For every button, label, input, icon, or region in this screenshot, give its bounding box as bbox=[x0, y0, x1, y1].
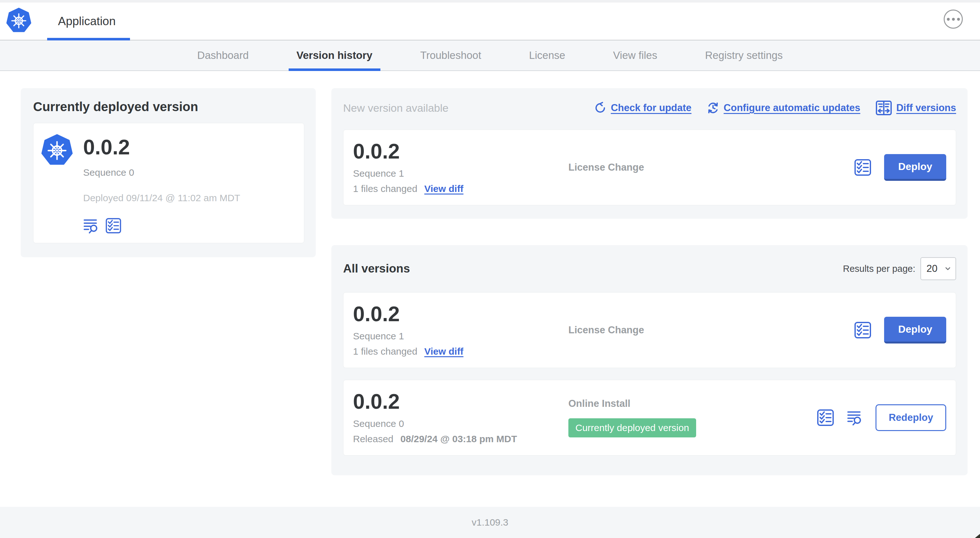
version-actions: Redeploy bbox=[817, 404, 946, 431]
version-sequence: Sequence 1 bbox=[353, 168, 568, 179]
overflow-menu-button[interactable] bbox=[944, 10, 963, 29]
configure-automatic-updates-link[interactable]: Configure automatic updates bbox=[706, 102, 860, 114]
all-versions-header: All versions Results per page: 20 bbox=[343, 257, 956, 280]
files-changed: 1 files changed bbox=[353, 346, 417, 357]
version-row: 0.0.2 Sequence 0 Released 08/29/24 @ 03:… bbox=[343, 380, 956, 455]
preflight-checks-icon[interactable] bbox=[105, 218, 121, 234]
preflight-checks-icon[interactable] bbox=[854, 159, 871, 176]
released-label: Released bbox=[353, 433, 393, 444]
app-subnav: Dashboard Version history Troubleshoot L… bbox=[0, 40, 980, 71]
currently-deployed-card: 0.0.2 Sequence 0 Deployed 09/11/24 @ 11:… bbox=[33, 123, 304, 243]
version-source: License Change bbox=[568, 324, 854, 336]
clock-refresh-icon bbox=[706, 102, 719, 114]
tab-dashboard[interactable]: Dashboard bbox=[189, 40, 256, 70]
version-meta: 1 files changed View diff bbox=[353, 346, 568, 357]
version-actions: Deploy bbox=[854, 317, 946, 343]
version-sequence: Sequence 1 bbox=[353, 331, 568, 341]
currently-deployed-title: Currently deployed version bbox=[33, 100, 304, 114]
release-notes-icon[interactable] bbox=[847, 409, 863, 427]
view-diff-link[interactable]: View diff bbox=[424, 183, 463, 194]
app-title-tab[interactable]: Application bbox=[58, 3, 116, 40]
console-version: v1.109.3 bbox=[471, 517, 508, 528]
app-header: Application bbox=[0, 3, 980, 40]
deployed-timestamp: Deployed 09/11/24 @ 11:02 am MDT bbox=[83, 193, 240, 203]
version-source: Online Install Currently deployed versio… bbox=[568, 398, 817, 437]
active-tab-underline bbox=[289, 68, 380, 71]
files-changed: 1 files changed bbox=[353, 183, 417, 194]
tab-view-files[interactable]: View files bbox=[605, 40, 665, 70]
page-footer: v1.109.3 bbox=[0, 507, 980, 538]
version-number: 0.0.2 bbox=[353, 303, 568, 324]
main-content: Currently deployed version 0.0.2 Sequenc… bbox=[0, 71, 980, 475]
update-actions: Check for update Configure automatic upd… bbox=[594, 100, 956, 116]
release-notes-icon[interactable] bbox=[83, 217, 99, 235]
tab-license[interactable]: License bbox=[521, 40, 573, 70]
version-info: 0.0.2 Sequence 1 1 files changed View di… bbox=[353, 303, 568, 357]
currently-deployed-panel: Currently deployed version 0.0.2 Sequenc… bbox=[21, 88, 316, 257]
version-meta: Released 08/29/24 @ 03:18 pm MDT bbox=[353, 433, 568, 444]
deployed-actions bbox=[83, 217, 240, 235]
diff-versions-link[interactable]: Diff versions bbox=[875, 100, 956, 116]
kubernetes-logo-icon bbox=[6, 8, 31, 32]
source-label: License Change bbox=[568, 162, 644, 173]
released-date: 08/29/24 @ 03:18 pm MDT bbox=[401, 433, 517, 444]
currently-deployed-badge: Currently deployed version bbox=[568, 418, 696, 437]
results-per-page: Results per page: 20 bbox=[843, 257, 956, 280]
version-history-page: Application Dashboard Version history Tr… bbox=[0, 0, 980, 538]
version-number: 0.0.2 bbox=[353, 391, 568, 412]
deploy-button[interactable]: Deploy bbox=[884, 154, 946, 181]
deploy-button[interactable]: Deploy bbox=[884, 317, 946, 343]
diff-icon bbox=[875, 100, 892, 116]
all-versions-panel: All versions Results per page: 20 0.0.2 bbox=[331, 245, 967, 475]
version-info: 0.0.2 Sequence 1 1 files changed View di… bbox=[353, 141, 568, 194]
tab-troubleshoot[interactable]: Troubleshoot bbox=[412, 40, 489, 70]
cursor-artifact bbox=[975, 534, 980, 538]
redeploy-button[interactable]: Redeploy bbox=[875, 404, 946, 431]
check-for-update-link[interactable]: Check for update bbox=[594, 102, 691, 114]
active-app-underline bbox=[47, 38, 130, 40]
source-label: Online Install bbox=[568, 398, 817, 409]
all-versions-list: 0.0.2 Sequence 1 1 files changed View di… bbox=[343, 292, 956, 455]
chevron-down-icon bbox=[944, 265, 951, 273]
version-info: 0.0.2 Sequence 0 Released 08/29/24 @ 03:… bbox=[353, 391, 568, 444]
ellipsis-icon bbox=[947, 18, 950, 21]
new-version-heading: New version available bbox=[343, 102, 449, 114]
version-row: 0.0.2 Sequence 1 1 files changed View di… bbox=[343, 292, 956, 368]
version-sequence: Sequence 0 bbox=[353, 418, 568, 429]
right-column: New version available Check for update C… bbox=[331, 88, 967, 475]
preflight-checks-icon[interactable] bbox=[817, 409, 834, 426]
kubernetes-app-icon bbox=[41, 134, 73, 165]
new-version-header: New version available Check for update C… bbox=[343, 100, 956, 116]
currently-deployed-details: 0.0.2 Sequence 0 Deployed 09/11/24 @ 11:… bbox=[83, 134, 240, 235]
refresh-icon bbox=[594, 102, 607, 114]
version-number: 0.0.2 bbox=[353, 141, 568, 162]
version-source: License Change bbox=[568, 162, 854, 173]
tab-registry-settings[interactable]: Registry settings bbox=[697, 40, 791, 70]
new-version-panel: New version available Check for update C… bbox=[331, 88, 967, 219]
deployed-sequence: Sequence 0 bbox=[83, 167, 240, 178]
view-diff-link[interactable]: View diff bbox=[424, 346, 463, 357]
results-per-page-label: Results per page: bbox=[843, 263, 915, 274]
preflight-checks-icon[interactable] bbox=[854, 322, 871, 339]
source-label: License Change bbox=[568, 324, 644, 335]
version-meta: 1 files changed View diff bbox=[353, 183, 568, 194]
version-actions: Deploy bbox=[854, 154, 946, 181]
deployed-version-number: 0.0.2 bbox=[83, 136, 240, 157]
tab-version-history[interactable]: Version history bbox=[289, 40, 380, 70]
results-per-page-select[interactable]: 20 bbox=[920, 257, 956, 280]
all-versions-title: All versions bbox=[343, 262, 410, 275]
top-strip bbox=[0, 0, 980, 3]
new-version-card: 0.0.2 Sequence 1 1 files changed View di… bbox=[343, 130, 956, 205]
